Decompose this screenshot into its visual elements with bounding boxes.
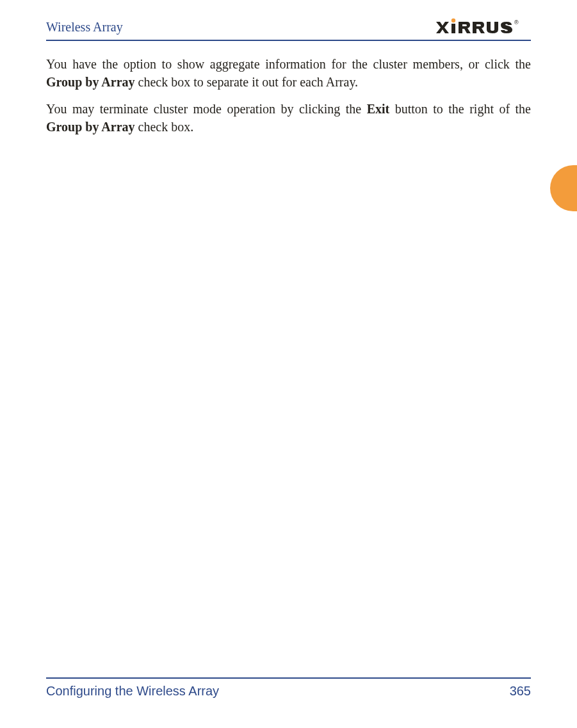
header-title: Wireless Array xyxy=(46,20,123,35)
svg-rect-0 xyxy=(451,24,455,33)
text-span: You may terminate cluster mode operation… xyxy=(46,102,367,116)
footer-row: Configuring the Wireless Array 365 xyxy=(46,684,531,699)
brand-logo: ® xyxy=(435,18,531,36)
paragraph-1: You have the option to show aggregate in… xyxy=(46,55,531,91)
text-span: button to the right of the xyxy=(389,102,531,116)
text-span: check box. xyxy=(135,120,194,134)
paragraph-2: You may terminate cluster mode operation… xyxy=(46,100,531,136)
page-footer: Configuring the Wireless Array 365 xyxy=(46,677,531,699)
page-number: 365 xyxy=(510,684,531,699)
page-header: Wireless Array xyxy=(46,18,531,36)
svg-point-1 xyxy=(451,19,455,22)
xirrus-logo-icon: ® xyxy=(435,18,531,36)
body-content: You have the option to show aggregate in… xyxy=(46,55,531,136)
header-divider xyxy=(46,40,531,41)
footer-section-title: Configuring the Wireless Array xyxy=(46,684,219,699)
bold-text: Group by Array xyxy=(46,75,135,89)
text-span: You have the option to show aggregate in… xyxy=(46,57,531,71)
document-page: Wireless Array xyxy=(0,0,577,728)
bold-text: Group by Array xyxy=(46,120,135,134)
bold-text: Exit xyxy=(367,102,390,116)
text-span: check box to separate it out for each Ar… xyxy=(135,75,359,89)
registered-mark: ® xyxy=(514,19,519,26)
footer-divider xyxy=(46,677,531,679)
